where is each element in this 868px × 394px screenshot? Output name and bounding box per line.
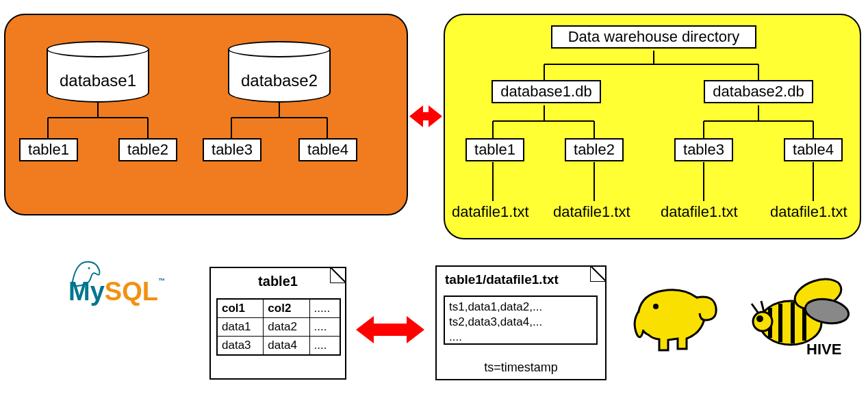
table1-box: table1 [19,138,78,161]
r1c2: data2 [264,318,309,337]
database1-cylinder: database1 [47,41,149,103]
t1-dir: table1 [465,138,524,161]
table4-box: table4 [298,138,357,161]
database2-cylinder: database2 [228,41,331,103]
svg-point-35 [753,312,772,331]
t3-dir: table3 [674,138,733,161]
mysql-table-doc: table1 col1 col2 ..... data1 data2 .... … [209,267,346,380]
svg-line-38 [761,301,764,312]
t4-dir: table4 [784,138,843,161]
col1: col1 [217,299,264,318]
sync-arrow-docs [356,315,424,342]
r2c1: data3 [217,337,264,356]
table3-box: table3 [203,138,261,161]
r1c3: .... [309,318,340,337]
database1-label: database1 [47,71,149,90]
col3: ..... [309,299,340,318]
hive-panel: Data warehouse directory database1.db da… [444,14,861,239]
file1: datafile1.txt [452,203,529,221]
hive-file-content: ts1,data1,data2,... ts2,data3,data4,... … [444,296,598,345]
mysql-logo: MySQL™ [68,277,165,306]
mysql-table-title: table1 [211,268,345,293]
db1-dir: database1.db [492,80,601,103]
file3: datafile1.txt [661,203,738,221]
file2: datafile1.txt [553,203,630,221]
db2-dir: database2.db [704,80,813,103]
svg-point-36 [756,315,763,322]
ts-note: ts=timestamp [437,360,605,375]
col2: col2 [264,299,309,318]
sync-arrow-panels [409,105,442,127]
dwh-root: Data warehouse directory [551,25,756,49]
svg-point-31 [653,304,659,309]
hive-logo-icon: HIVE [739,274,856,365]
hive-label-text: HIVE [806,341,841,358]
hive-file-title: table1/datafile1.txt [437,267,605,291]
mysql-table-grid: col1 col2 ..... data1 data2 .... data3 d… [216,298,341,356]
svg-marker-25 [330,267,346,283]
database2-label: database2 [228,71,331,90]
table2-box: table2 [118,138,177,161]
r2c2: data4 [264,337,309,356]
hive-file-doc: table1/datafile1.txt ts1,data1,data2,...… [435,265,607,380]
svg-point-24 [88,267,90,270]
r2c3: .... [309,337,340,356]
r1c1: data1 [217,318,264,337]
svg-line-37 [752,304,758,313]
hadoop-logo-icon [628,274,724,358]
file4: datafile1.txt [770,203,847,221]
mysql-panel: database1 database2 table1 table2 table3… [4,14,408,215]
svg-marker-28 [590,265,607,282]
t2-dir: table2 [565,138,624,161]
